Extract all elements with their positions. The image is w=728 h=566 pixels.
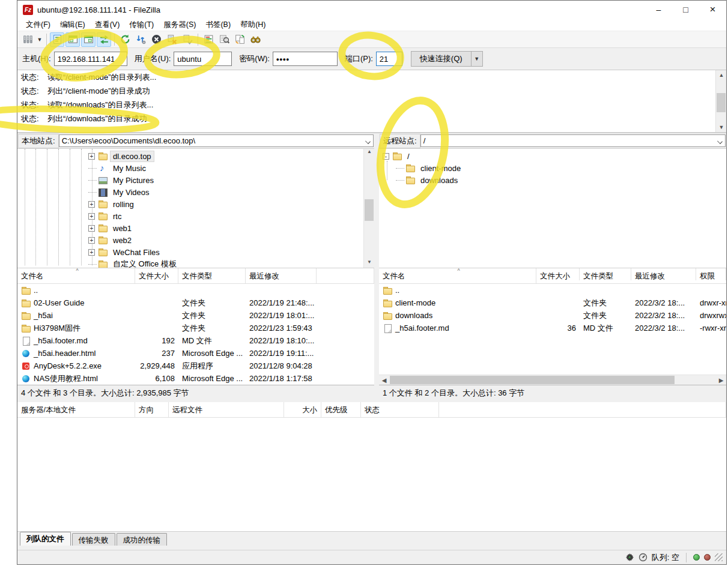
file-row[interactable]: .. [379, 284, 726, 297]
file-row[interactable]: AnyDesk+5.2.2.exe2,929,448应用程序2021/12/8 … [17, 360, 374, 372]
tree-item[interactable]: +rolling [88, 198, 179, 210]
queue-column-header[interactable]: 远程文件 [169, 402, 284, 417]
tree-item[interactable]: My Videos [88, 186, 179, 198]
column-header[interactable]: 文件大小 [536, 268, 580, 280]
toggle-local-tree-button[interactable] [65, 32, 80, 47]
scrollbar-thumb[interactable] [390, 376, 675, 384]
menu-item[interactable]: 服务器(S) [159, 19, 201, 31]
expander-icon[interactable]: - [383, 153, 389, 160]
port-input[interactable] [376, 52, 402, 66]
quickconnect-button[interactable]: 快速连接(Q) [411, 51, 472, 67]
column-header[interactable]: 文件名^ [379, 268, 536, 280]
column-header[interactable]: 最近修改 [631, 268, 696, 280]
menu-item[interactable]: 编辑(E) [55, 19, 90, 31]
chevron-down-icon[interactable] [365, 139, 371, 144]
menu-item[interactable]: 传输(T) [124, 19, 159, 31]
menu-item[interactable]: 文件(F) [21, 19, 55, 31]
site-manager-button[interactable] [20, 32, 35, 47]
tree-item[interactable]: downloads [396, 174, 463, 186]
tree-item[interactable]: My Music [88, 162, 179, 174]
menu-item[interactable]: 书签(B) [201, 19, 235, 31]
site-manager-dropdown[interactable]: ▼ [35, 32, 44, 47]
disconnect-button[interactable] [165, 32, 179, 47]
scroll-up-icon[interactable]: ▲ [364, 149, 374, 157]
menu-item[interactable]: 帮助(H) [235, 19, 270, 31]
refresh-button[interactable] [118, 32, 132, 47]
reconnect-button[interactable] [180, 32, 195, 47]
file-row[interactable]: client-mode文件夹2022/3/2 18:...drwxr-xr-x [379, 297, 726, 309]
synchronized-browsing-button[interactable] [232, 32, 247, 47]
queue-column-header[interactable]: 状态 [361, 402, 439, 417]
resize-grip[interactable] [715, 553, 723, 561]
queue-column-header[interactable]: 方向 [135, 402, 169, 417]
settings-gear-icon[interactable] [625, 553, 634, 562]
filter-button[interactable] [217, 32, 231, 47]
file-row[interactable]: NAS使用教程.html6,108Microsoft Edge ...2022/… [17, 372, 374, 385]
tree-item[interactable]: My Pictures [88, 174, 179, 186]
scroll-right-icon[interactable]: ▶ [716, 375, 726, 385]
log-scrollbar[interactable]: ▲ ▼ [715, 70, 726, 132]
directory-comparison-button[interactable] [201, 32, 216, 47]
tree-item[interactable]: +web2 [88, 234, 179, 246]
close-button[interactable]: × [699, 1, 726, 19]
process-queue-button[interactable] [133, 32, 148, 47]
scroll-up-icon[interactable]: ▲ [716, 70, 727, 80]
queue-column-header[interactable]: 服务器/本地文件 [17, 402, 135, 417]
tab-active[interactable]: 列队的文件 [20, 532, 71, 546]
pane-splitter[interactable] [374, 133, 379, 400]
quickconnect-dropdown[interactable]: ▼ [472, 51, 483, 67]
scroll-left-icon[interactable]: ◀ [379, 375, 389, 385]
queue-column-header[interactable]: 优先级 [321, 402, 361, 417]
speed-limit-icon[interactable] [639, 553, 648, 562]
cancel-button[interactable] [149, 32, 163, 47]
tab-inactive[interactable]: 成功的传输 [117, 533, 168, 546]
file-row[interactable]: 02-User Guide文件夹2022/1/19 21:48:... [17, 297, 374, 309]
username-input[interactable] [174, 52, 232, 66]
tree-item[interactable]: +web1 [88, 222, 179, 234]
find-files-button[interactable] [248, 32, 262, 47]
column-header[interactable]: 文件类型 [178, 268, 246, 283]
expander-icon[interactable]: + [88, 225, 95, 232]
local-tree-scrollbar[interactable]: ▲ ▼ [363, 149, 374, 268]
scroll-down-icon[interactable]: ▼ [364, 259, 374, 268]
file-row[interactable]: downloads文件夹2022/3/2 18:...drwxrwxrwx [379, 309, 726, 322]
column-header[interactable]: 文件类型 [580, 268, 631, 280]
scroll-down-icon[interactable]: ▼ [716, 122, 727, 132]
host-input[interactable] [54, 52, 127, 66]
file-row[interactable]: _h5ai.footer.md36MD 文件2022/3/2 18:...-rw… [379, 322, 726, 334]
column-header[interactable]: 权限 [696, 268, 726, 280]
column-header[interactable]: 文件大小 [135, 268, 178, 283]
expander-icon[interactable]: + [88, 201, 95, 208]
expander-icon[interactable]: + [88, 249, 95, 256]
file-row[interactable]: Hi3798M固件文件夹2022/1/23 1:59:43 [17, 322, 374, 334]
scrollbar-thumb[interactable] [365, 199, 374, 221]
remote-horizontal-scrollbar[interactable]: ◀ ▶ [379, 375, 726, 385]
menu-item[interactable]: 查看(V) [90, 19, 125, 31]
tree-item[interactable]: client-mode [396, 162, 463, 174]
local-path-combo[interactable]: C:\Users\ecoo\Documents\dl.ecoo.top\ [59, 134, 374, 147]
password-input[interactable] [273, 52, 338, 66]
minimize-button[interactable]: – [645, 1, 672, 19]
tab-inactive[interactable]: 传输失败 [72, 533, 115, 546]
tree-item[interactable]: -/ [383, 150, 463, 162]
file-row[interactable]: .. [17, 284, 374, 297]
queue-column-header[interactable]: 大小 [284, 402, 321, 417]
remote-path-combo[interactable]: / [420, 134, 726, 147]
expander-icon[interactable]: + [88, 153, 95, 160]
toggle-transfer-queue-button[interactable] [97, 32, 111, 47]
scrollbar-thumb[interactable] [717, 93, 726, 112]
tree-item[interactable]: +rtc [88, 210, 179, 222]
column-header[interactable]: 文件名^ [17, 268, 135, 283]
toggle-message-log-button[interactable] [50, 32, 64, 47]
chevron-down-icon[interactable] [717, 139, 723, 144]
expander-icon[interactable]: + [88, 237, 95, 244]
tree-item[interactable]: 自定义 Office 模板 [88, 258, 179, 268]
file-row[interactable]: _h5ai.header.html237Microsoft Edge ...20… [17, 347, 374, 360]
expander-icon[interactable]: + [88, 213, 95, 220]
column-header[interactable]: 最近修改 [246, 268, 317, 283]
file-row[interactable]: _h5ai文件夹2022/1/19 18:01:... [17, 309, 374, 322]
toggle-remote-tree-button[interactable] [81, 32, 96, 47]
tree-item[interactable]: +dl.ecoo.top [88, 150, 179, 162]
tree-item[interactable]: +WeChat Files [88, 246, 179, 258]
file-row[interactable]: _h5ai.footer.md192MD 文件2022/1/19 18:10:.… [17, 334, 374, 347]
